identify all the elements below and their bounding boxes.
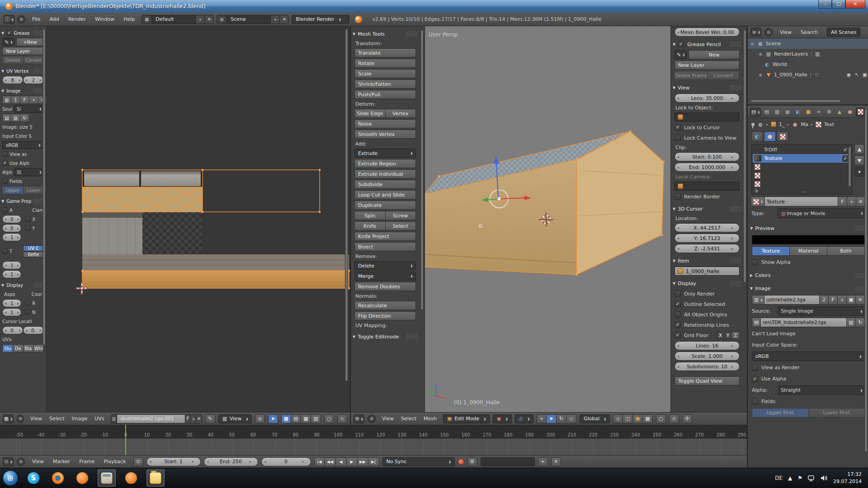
button-both[interactable]: Both (827, 246, 865, 256)
slot-checkbox[interactable]: ✓ (842, 147, 849, 153)
material-texture-icon[interactable]: ● (764, 131, 776, 141)
texture-slot-empty[interactable] (753, 180, 851, 188)
image-name-field[interactable]: ustriehalle2.tga (764, 295, 820, 305)
checkbox[interactable] (675, 193, 681, 200)
renderable-camera-icon[interactable]: ▣ (863, 72, 867, 78)
checkbox-grid-floor[interactable]: ✓Grid FloorXYZ (675, 331, 740, 340)
checkbox[interactable] (25, 310, 30, 315)
close-button[interactable]: ✕ (845, 0, 865, 9)
checkbox-view-as-render[interactable]: View as Render (752, 363, 865, 372)
maximize-button[interactable]: □ (832, 0, 845, 9)
button-bisect[interactable]: Bisect (354, 242, 416, 251)
menu-render[interactable]: Render (64, 15, 90, 23)
insert-keyframe-button[interactable]: + (538, 457, 548, 466)
button-select[interactable]: Select (386, 221, 416, 230)
keying-set-icon[interactable]: ⚙ (467, 457, 477, 466)
menu-frame[interactable]: Frame (75, 458, 99, 465)
button-push-pull[interactable]: Push/Pull (354, 90, 416, 99)
display-channel-selector[interactable]: ▥ View ▲▼ (218, 414, 252, 423)
texture-slot[interactable]: TrDiff ✓ (753, 145, 851, 154)
menu-file[interactable]: File (28, 15, 44, 23)
checkbox-use-alph[interactable]: ✓Use Alph (2, 159, 44, 167)
current-frame-field[interactable]: ◂0▸ (261, 457, 311, 466)
add-slot-icon[interactable]: ⊕ (755, 188, 758, 193)
checkbox[interactable] (2, 207, 8, 213)
checkbox[interactable]: ✓ (2, 160, 8, 166)
unlink-texture-button[interactable]: ✕ (856, 197, 865, 206)
sync-mode-selector[interactable]: No Sync ▲▼ (382, 457, 455, 466)
button-conver[interactable]: Conver (24, 56, 44, 64)
stepper[interactable]: ◂0▸ (2, 215, 21, 223)
slot-move-up-button[interactable]: ▲ (854, 144, 864, 154)
n-panel-scrollbar[interactable] (743, 30, 746, 283)
outliner-row-renderlayers[interactable]: ⊕ ▥ RenderLayers | ▥ (748, 49, 868, 59)
dropdown-st[interactable]: St▲▼ (14, 168, 44, 176)
dropdown-straight[interactable]: Straight▲▼ (778, 385, 865, 395)
slider-z-2-5431[interactable]: ◂Z: -2.5431▸ (675, 244, 740, 253)
browse-image-icon[interactable]: ▥▲▼ (752, 295, 764, 305)
button-extrude-region[interactable]: Extrude Region (354, 159, 416, 168)
checkbox-lock-camera-to-view[interactable]: Lock Camera to View (675, 133, 740, 142)
checkbox[interactable]: ✓ (675, 322, 681, 328)
checkbox[interactable] (25, 300, 30, 306)
breadcrumb-texture[interactable]: Text (824, 122, 834, 127)
texture-slot-list[interactable]: TrDiff ✓ Texture ✓ ⊕ = (751, 144, 853, 195)
language-indicator[interactable]: DE (775, 475, 783, 481)
checkbox[interactable]: ✓ (752, 376, 758, 382)
button-uv-c[interactable]: UV C (23, 245, 44, 251)
menu-view[interactable]: View (28, 458, 48, 465)
prev-frame-button[interactable]: ◀ (336, 457, 347, 466)
jump-to-start-button[interactable]: |◀ (314, 457, 325, 466)
next-keyframe-button[interactable]: ▶▶ (358, 457, 368, 466)
keying-set-field[interactable] (481, 457, 535, 466)
other-texture-icon[interactable] (777, 131, 788, 141)
reload-icon[interactable]: ↻ (856, 318, 865, 327)
pin-icon[interactable] (751, 123, 755, 126)
pin-icon[interactable]: ✎ (205, 414, 215, 423)
panel-header-game-prop[interactable]: ▼Game Prop (1, 197, 45, 205)
checkbox[interactable] (25, 225, 30, 231)
checkbox-fields[interactable]: Fields (2, 177, 44, 185)
axis-toggle-y[interactable]: Y (724, 332, 732, 339)
panel-header-3d-cursor[interactable]: ▼3D Cursor (673, 204, 741, 213)
fake-user-button[interactable]: F (838, 197, 847, 206)
stepper[interactable]: ◂0.▸ (23, 326, 44, 334)
button-lower-first[interactable]: Lower First (809, 408, 865, 418)
checkbox[interactable] (675, 291, 681, 297)
button-upper-first[interactable]: Upper First (752, 408, 809, 418)
taskbar-item-skype[interactable]: S (24, 469, 42, 487)
user-count-button[interactable]: 2 (820, 295, 829, 305)
menu-uvs[interactable]: UVs (91, 415, 107, 422)
checkbox[interactable] (752, 399, 758, 405)
button-convert[interactable]: Convert (708, 71, 740, 80)
start-frame-field[interactable]: ◂Start: 1▸ (146, 457, 201, 466)
taskbar-item-folder-explorer[interactable] (146, 469, 165, 487)
button-duplicate[interactable]: Duplicate (354, 201, 416, 210)
start-button[interactable]: ⊞ (3, 470, 18, 486)
breadcrumb-material[interactable]: Ma (801, 122, 808, 127)
collapse-menus-icon[interactable]: ⊖ (368, 415, 376, 423)
menu-view[interactable]: View (776, 28, 796, 36)
object-field[interactable] (675, 113, 740, 122)
tab-scene-icon[interactable]: ◍ (783, 108, 792, 117)
checkbox-fields[interactable]: Fields (752, 397, 865, 406)
editor-type-icon[interactable]: ≡▲▼ (750, 28, 761, 37)
open-image-button[interactable]: ▣ (847, 295, 856, 305)
button-shrink-fatten[interactable]: Shrink/Fatten (354, 80, 416, 89)
expand-icon[interactable]: ⊕ (758, 73, 763, 77)
axis-toggle-x[interactable]: X (717, 332, 724, 339)
menu-marker[interactable]: Marker (49, 458, 74, 465)
panel-header-item[interactable]: ▼Item (673, 256, 741, 265)
image-block-button[interactable]: • (29, 96, 38, 104)
taskbar-item-window-app[interactable] (98, 469, 116, 487)
checkbox-outline-selected[interactable]: ✓Outline Selected (675, 300, 740, 309)
menu-playback[interactable]: Playback (99, 458, 130, 465)
slot-scrollbar[interactable] (848, 146, 851, 187)
dropdown-si[interactable]: Si▲▼ (14, 105, 44, 113)
prev-keyframe-button[interactable]: ◀◀ (325, 457, 336, 466)
taskbar-item-orange-app[interactable] (122, 469, 140, 487)
editor-type-icon[interactable]: ⊞▲▼ (354, 414, 364, 423)
collapse-menus-icon[interactable]: ⊖ (17, 15, 25, 23)
new-texture-button[interactable]: ＋ (847, 197, 856, 206)
open-folder-icon[interactable]: ▥ (847, 318, 856, 327)
